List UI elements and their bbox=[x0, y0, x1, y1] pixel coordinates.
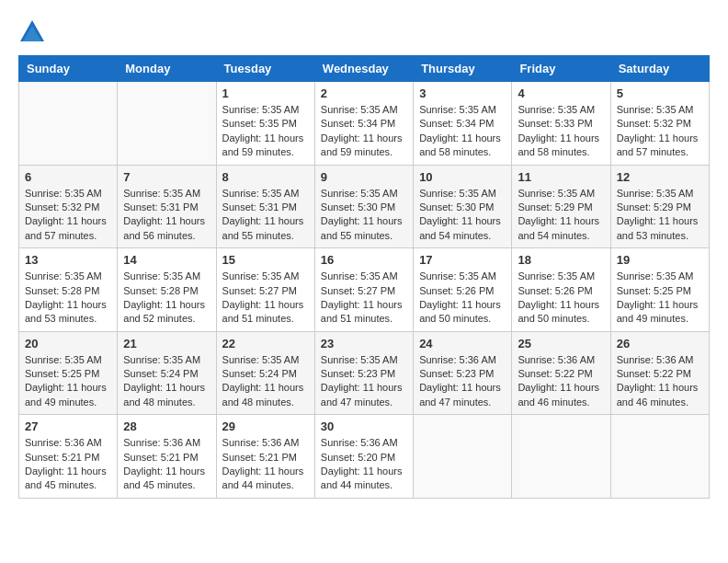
day-number: 7 bbox=[123, 170, 210, 184]
day-info: Sunrise: 5:35 AMSunset: 5:29 PMDaylight:… bbox=[617, 187, 703, 244]
calendar-day-cell: 9Sunrise: 5:35 AMSunset: 5:30 PMDaylight… bbox=[314, 165, 413, 248]
calendar-day-cell: 16Sunrise: 5:35 AMSunset: 5:27 PMDayligh… bbox=[314, 248, 413, 332]
page-header bbox=[18, 18, 710, 46]
day-number: 8 bbox=[222, 170, 309, 184]
day-number: 4 bbox=[518, 86, 604, 100]
day-info: Sunrise: 5:35 AMSunset: 5:26 PMDaylight:… bbox=[518, 270, 604, 327]
day-number: 21 bbox=[123, 337, 210, 350]
calendar-day-cell bbox=[414, 415, 512, 499]
calendar-day-cell: 11Sunrise: 5:35 AMSunset: 5:29 PMDayligh… bbox=[512, 165, 610, 248]
day-number: 30 bbox=[321, 419, 407, 433]
calendar-day-cell: 8Sunrise: 5:35 AMSunset: 5:31 PMDaylight… bbox=[216, 165, 314, 248]
calendar-day-cell: 29Sunrise: 5:36 AMSunset: 5:21 PMDayligh… bbox=[216, 415, 314, 499]
day-info: Sunrise: 5:35 AMSunset: 5:29 PMDaylight:… bbox=[518, 187, 604, 244]
calendar-day-cell: 25Sunrise: 5:36 AMSunset: 5:22 PMDayligh… bbox=[512, 331, 610, 415]
calendar-week-row: 20Sunrise: 5:35 AMSunset: 5:25 PMDayligh… bbox=[19, 331, 710, 415]
day-info: Sunrise: 5:36 AMSunset: 5:21 PMDaylight:… bbox=[222, 436, 309, 493]
calendar-table: SundayMondayTuesdayWednesdayThursdayFrid… bbox=[18, 55, 710, 499]
day-info: Sunrise: 5:35 AMSunset: 5:34 PMDaylight:… bbox=[321, 103, 407, 160]
weekday-header: Thursday bbox=[414, 56, 512, 82]
day-number: 14 bbox=[123, 253, 210, 267]
day-info: Sunrise: 5:35 AMSunset: 5:23 PMDaylight:… bbox=[321, 353, 407, 410]
day-number: 26 bbox=[617, 337, 703, 350]
day-info: Sunrise: 5:35 AMSunset: 5:34 PMDaylight:… bbox=[419, 103, 506, 160]
weekday-header: Friday bbox=[512, 56, 610, 82]
day-number: 11 bbox=[518, 170, 604, 184]
weekday-header: Sunday bbox=[19, 56, 118, 82]
calendar-day-cell: 17Sunrise: 5:35 AMSunset: 5:26 PMDayligh… bbox=[414, 248, 512, 332]
day-info: Sunrise: 5:35 AMSunset: 5:30 PMDaylight:… bbox=[419, 187, 506, 244]
day-number: 9 bbox=[321, 170, 407, 184]
day-number: 10 bbox=[419, 170, 506, 184]
calendar-day-cell: 13Sunrise: 5:35 AMSunset: 5:28 PMDayligh… bbox=[19, 248, 118, 332]
calendar-day-cell: 3Sunrise: 5:35 AMSunset: 5:34 PMDaylight… bbox=[414, 82, 512, 166]
day-number: 12 bbox=[617, 170, 703, 184]
day-info: Sunrise: 5:35 AMSunset: 5:28 PMDaylight:… bbox=[123, 270, 210, 327]
day-number: 16 bbox=[321, 253, 407, 267]
calendar-week-row: 27Sunrise: 5:36 AMSunset: 5:21 PMDayligh… bbox=[19, 415, 710, 499]
day-info: Sunrise: 5:35 AMSunset: 5:24 PMDaylight:… bbox=[123, 353, 210, 410]
weekday-header: Tuesday bbox=[216, 56, 314, 82]
day-number: 3 bbox=[419, 86, 506, 100]
calendar-day-cell: 30Sunrise: 5:36 AMSunset: 5:20 PMDayligh… bbox=[314, 415, 413, 499]
calendar-day-cell: 14Sunrise: 5:35 AMSunset: 5:28 PMDayligh… bbox=[118, 248, 216, 332]
day-info: Sunrise: 5:35 AMSunset: 5:35 PMDaylight:… bbox=[222, 103, 309, 160]
calendar-day-cell bbox=[512, 415, 610, 499]
day-info: Sunrise: 5:36 AMSunset: 5:23 PMDaylight:… bbox=[419, 353, 506, 410]
day-number: 25 bbox=[518, 337, 604, 350]
day-info: Sunrise: 5:35 AMSunset: 5:26 PMDaylight:… bbox=[419, 270, 506, 327]
calendar-day-cell: 19Sunrise: 5:35 AMSunset: 5:25 PMDayligh… bbox=[610, 248, 709, 332]
calendar-day-cell: 22Sunrise: 5:35 AMSunset: 5:24 PMDayligh… bbox=[216, 331, 314, 415]
calendar-day-cell: 1Sunrise: 5:35 AMSunset: 5:35 PMDaylight… bbox=[216, 82, 314, 166]
day-number: 1 bbox=[222, 86, 309, 100]
day-info: Sunrise: 5:36 AMSunset: 5:20 PMDaylight:… bbox=[321, 436, 407, 493]
day-info: Sunrise: 5:35 AMSunset: 5:32 PMDaylight:… bbox=[617, 103, 703, 160]
day-info: Sunrise: 5:35 AMSunset: 5:31 PMDaylight:… bbox=[222, 187, 309, 244]
day-number: 2 bbox=[321, 86, 407, 100]
weekday-header: Monday bbox=[118, 56, 216, 82]
day-info: Sunrise: 5:36 AMSunset: 5:22 PMDaylight:… bbox=[617, 353, 703, 410]
day-number: 20 bbox=[25, 337, 111, 350]
day-number: 6 bbox=[25, 170, 111, 184]
calendar-week-row: 6Sunrise: 5:35 AMSunset: 5:32 PMDaylight… bbox=[19, 165, 710, 248]
day-number: 5 bbox=[617, 86, 703, 100]
weekday-header: Wednesday bbox=[314, 56, 413, 82]
day-number: 22 bbox=[222, 337, 309, 350]
day-info: Sunrise: 5:35 AMSunset: 5:32 PMDaylight:… bbox=[25, 187, 111, 244]
calendar-day-cell: 4Sunrise: 5:35 AMSunset: 5:33 PMDaylight… bbox=[512, 82, 610, 166]
day-info: Sunrise: 5:35 AMSunset: 5:27 PMDaylight:… bbox=[321, 270, 407, 327]
calendar-day-cell: 5Sunrise: 5:35 AMSunset: 5:32 PMDaylight… bbox=[610, 82, 709, 166]
calendar-day-cell bbox=[118, 82, 216, 166]
calendar-week-row: 13Sunrise: 5:35 AMSunset: 5:28 PMDayligh… bbox=[19, 248, 710, 332]
day-info: Sunrise: 5:35 AMSunset: 5:28 PMDaylight:… bbox=[25, 270, 111, 327]
calendar-day-cell: 21Sunrise: 5:35 AMSunset: 5:24 PMDayligh… bbox=[118, 331, 216, 415]
calendar-day-cell: 23Sunrise: 5:35 AMSunset: 5:23 PMDayligh… bbox=[314, 331, 413, 415]
calendar-day-cell: 6Sunrise: 5:35 AMSunset: 5:32 PMDaylight… bbox=[19, 165, 118, 248]
day-number: 19 bbox=[617, 253, 703, 267]
calendar-day-cell: 15Sunrise: 5:35 AMSunset: 5:27 PMDayligh… bbox=[216, 248, 314, 332]
calendar-week-row: 1Sunrise: 5:35 AMSunset: 5:35 PMDaylight… bbox=[19, 82, 710, 166]
day-number: 28 bbox=[123, 419, 210, 433]
calendar-day-cell bbox=[19, 82, 118, 166]
day-info: Sunrise: 5:35 AMSunset: 5:24 PMDaylight:… bbox=[222, 353, 309, 410]
calendar-day-cell: 18Sunrise: 5:35 AMSunset: 5:26 PMDayligh… bbox=[512, 248, 610, 332]
day-number: 27 bbox=[25, 419, 111, 433]
day-info: Sunrise: 5:35 AMSunset: 5:33 PMDaylight:… bbox=[518, 103, 604, 160]
calendar-day-cell: 10Sunrise: 5:35 AMSunset: 5:30 PMDayligh… bbox=[414, 165, 512, 248]
calendar-day-cell: 2Sunrise: 5:35 AMSunset: 5:34 PMDaylight… bbox=[314, 82, 413, 166]
day-info: Sunrise: 5:35 AMSunset: 5:27 PMDaylight:… bbox=[222, 270, 309, 327]
day-info: Sunrise: 5:35 AMSunset: 5:31 PMDaylight:… bbox=[123, 187, 210, 244]
weekday-header-row: SundayMondayTuesdayWednesdayThursdayFrid… bbox=[19, 56, 710, 82]
logo-icon bbox=[18, 18, 46, 46]
day-info: Sunrise: 5:36 AMSunset: 5:21 PMDaylight:… bbox=[25, 436, 111, 493]
calendar-day-cell: 28Sunrise: 5:36 AMSunset: 5:21 PMDayligh… bbox=[118, 415, 216, 499]
day-info: Sunrise: 5:35 AMSunset: 5:30 PMDaylight:… bbox=[321, 187, 407, 244]
logo bbox=[18, 18, 50, 46]
day-info: Sunrise: 5:35 AMSunset: 5:25 PMDaylight:… bbox=[617, 270, 703, 327]
calendar-day-cell bbox=[610, 415, 709, 499]
day-number: 15 bbox=[222, 253, 309, 267]
day-number: 29 bbox=[222, 419, 309, 433]
day-number: 23 bbox=[321, 337, 407, 350]
calendar-day-cell: 12Sunrise: 5:35 AMSunset: 5:29 PMDayligh… bbox=[610, 165, 709, 248]
weekday-header: Saturday bbox=[610, 56, 709, 82]
